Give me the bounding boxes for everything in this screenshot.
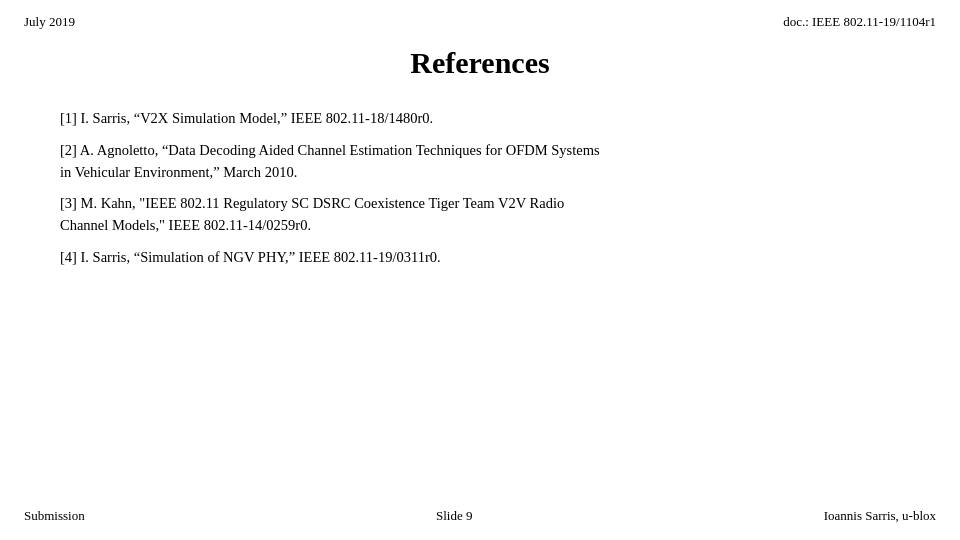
reference-1: [1] I. Sarris, “V2X Simulation Model,” I… [60,108,900,130]
reference-4: [4] I. Sarris, “Simulation of NGV PHY,” … [60,247,900,269]
slide-header: July 2019 doc.: IEEE 802.11-19/1104r1 [0,0,960,30]
footer-submission: Submission [24,508,85,524]
header-doc-id: doc.: IEEE 802.11-19/1104r1 [783,14,936,30]
reference-3-line2: Channel Models," IEEE 802.11-14/0259r0. [60,217,311,233]
title-area: References [0,46,960,80]
reference-1-text: [1] I. Sarris, “V2X Simulation Model,” I… [60,110,433,126]
reference-2-line2: in Vehicular Environment,” March 2010. [60,164,297,180]
slide: July 2019 doc.: IEEE 802.11-19/1104r1 Re… [0,0,960,540]
slide-footer: Submission Slide 9 Ioannis Sarris, u-blo… [0,508,960,524]
footer-slide-number: Slide 9 [436,508,472,524]
reference-2: [2] A. Agnoletto, “Data Decoding Aided C… [60,140,900,184]
reference-3: [3] M. Kahn, "IEEE 802.11 Regulatory SC … [60,193,900,237]
reference-2-line1: [2] A. Agnoletto, “Data Decoding Aided C… [60,142,600,158]
header-date: July 2019 [24,14,75,30]
references-content: [1] I. Sarris, “V2X Simulation Model,” I… [0,108,960,269]
reference-4-text: [4] I. Sarris, “Simulation of NGV PHY,” … [60,249,441,265]
reference-3-line1: [3] M. Kahn, "IEEE 802.11 Regulatory SC … [60,195,564,211]
slide-title: References [0,46,960,80]
footer-author: Ioannis Sarris, u-blox [824,508,936,524]
